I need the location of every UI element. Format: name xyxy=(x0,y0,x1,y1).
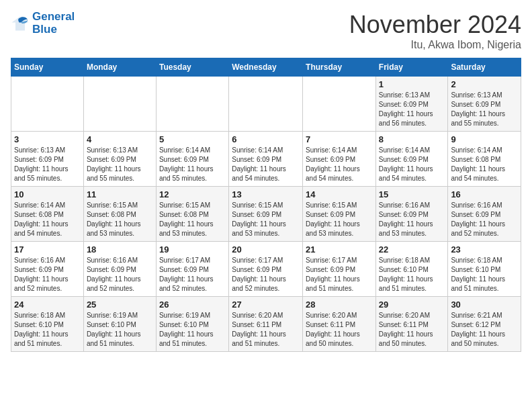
location: Itu, Akwa Ibom, Nigeria xyxy=(349,39,521,51)
day-number: 26 xyxy=(159,300,226,310)
calendar-cell: 8Sunrise: 6:14 AMSunset: 6:09 PMDaylight… xyxy=(375,132,448,187)
logo-bird-icon xyxy=(11,14,30,33)
logo-text: General Blue xyxy=(32,11,75,36)
day-info: Sunrise: 6:14 AMSunset: 6:09 PMDaylight:… xyxy=(306,146,373,183)
day-info: Sunrise: 6:15 AMSunset: 6:08 PMDaylight:… xyxy=(87,201,153,238)
calendar-table: Sunday Monday Tuesday Wednesday Thursday… xyxy=(11,58,521,352)
calendar-cell: 30Sunrise: 6:21 AMSunset: 6:12 PMDayligh… xyxy=(448,297,521,352)
calendar-cell: 5Sunrise: 6:14 AMSunset: 6:09 PMDaylight… xyxy=(156,132,228,187)
day-number: 13 xyxy=(232,189,300,199)
logo: General Blue xyxy=(11,11,75,36)
page-header: General Blue November 2024 Itu, Akwa Ibo… xyxy=(11,11,521,51)
calendar-cell: 25Sunrise: 6:19 AMSunset: 6:10 PMDayligh… xyxy=(83,297,156,352)
day-number: 18 xyxy=(87,244,153,255)
day-info: Sunrise: 6:19 AMSunset: 6:10 PMDaylight:… xyxy=(87,311,153,349)
day-info: Sunrise: 6:17 AMSunset: 6:09 PMDaylight:… xyxy=(159,256,226,293)
day-info: Sunrise: 6:17 AMSunset: 6:09 PMDaylight:… xyxy=(232,256,300,293)
day-info: Sunrise: 6:13 AMSunset: 6:09 PMDaylight:… xyxy=(379,91,445,128)
calendar-cell: 9Sunrise: 6:14 AMSunset: 6:08 PMDaylight… xyxy=(448,132,521,187)
day-info: Sunrise: 6:18 AMSunset: 6:10 PMDaylight:… xyxy=(451,256,518,293)
calendar-cell: 10Sunrise: 6:14 AMSunset: 6:08 PMDayligh… xyxy=(11,187,84,242)
day-number: 25 xyxy=(87,300,153,310)
calendar-cell: 26Sunrise: 6:19 AMSunset: 6:10 PMDayligh… xyxy=(156,297,228,352)
calendar-cell: 27Sunrise: 6:20 AMSunset: 6:11 PMDayligh… xyxy=(229,297,303,352)
calendar-cell: 1Sunrise: 6:13 AMSunset: 6:09 PMDaylight… xyxy=(375,77,448,132)
day-info: Sunrise: 6:20 AMSunset: 6:11 PMDaylight:… xyxy=(379,311,445,349)
day-number: 16 xyxy=(451,189,518,199)
calendar-cell: 20Sunrise: 6:17 AMSunset: 6:09 PMDayligh… xyxy=(229,242,303,297)
col-thursday: Thursday xyxy=(303,58,376,77)
day-info: Sunrise: 6:14 AMSunset: 6:08 PMDaylight:… xyxy=(14,201,81,238)
calendar-header-row: Sunday Monday Tuesday Wednesday Thursday… xyxy=(11,58,521,77)
calendar-cell: 16Sunrise: 6:16 AMSunset: 6:09 PMDayligh… xyxy=(448,187,521,242)
day-info: Sunrise: 6:15 AMSunset: 6:09 PMDaylight:… xyxy=(306,201,373,238)
day-info: Sunrise: 6:16 AMSunset: 6:09 PMDaylight:… xyxy=(379,201,445,238)
day-info: Sunrise: 6:21 AMSunset: 6:12 PMDaylight:… xyxy=(451,311,518,349)
calendar-week-4: 17Sunrise: 6:16 AMSunset: 6:09 PMDayligh… xyxy=(11,242,521,297)
col-wednesday: Wednesday xyxy=(229,58,303,77)
calendar-week-5: 24Sunrise: 6:18 AMSunset: 6:10 PMDayligh… xyxy=(11,297,521,352)
day-number: 15 xyxy=(379,189,445,199)
calendar-cell: 22Sunrise: 6:18 AMSunset: 6:10 PMDayligh… xyxy=(375,242,448,297)
col-friday: Friday xyxy=(375,58,448,77)
calendar-cell xyxy=(156,77,228,132)
calendar-cell: 19Sunrise: 6:17 AMSunset: 6:09 PMDayligh… xyxy=(156,242,228,297)
day-number: 29 xyxy=(379,300,445,310)
day-number: 6 xyxy=(232,134,300,144)
day-info: Sunrise: 6:13 AMSunset: 6:09 PMDaylight:… xyxy=(87,146,153,183)
calendar-cell: 14Sunrise: 6:15 AMSunset: 6:09 PMDayligh… xyxy=(303,187,376,242)
calendar-cell: 15Sunrise: 6:16 AMSunset: 6:09 PMDayligh… xyxy=(375,187,448,242)
calendar-cell: 29Sunrise: 6:20 AMSunset: 6:11 PMDayligh… xyxy=(375,297,448,352)
col-saturday: Saturday xyxy=(448,58,521,77)
day-number: 5 xyxy=(159,134,226,144)
day-number: 21 xyxy=(306,244,373,255)
day-number: 20 xyxy=(232,244,300,255)
calendar-week-2: 3Sunrise: 6:13 AMSunset: 6:09 PMDaylight… xyxy=(11,132,521,187)
calendar-cell xyxy=(303,77,376,132)
calendar-cell xyxy=(229,77,303,132)
day-number: 10 xyxy=(14,189,81,199)
calendar-cell: 11Sunrise: 6:15 AMSunset: 6:08 PMDayligh… xyxy=(83,187,156,242)
day-number: 24 xyxy=(14,300,81,310)
calendar-cell: 24Sunrise: 6:18 AMSunset: 6:10 PMDayligh… xyxy=(11,297,84,352)
calendar-cell: 7Sunrise: 6:14 AMSunset: 6:09 PMDaylight… xyxy=(303,132,376,187)
day-number: 2 xyxy=(451,79,518,89)
day-info: Sunrise: 6:20 AMSunset: 6:11 PMDaylight:… xyxy=(306,311,373,349)
calendar-cell: 17Sunrise: 6:16 AMSunset: 6:09 PMDayligh… xyxy=(11,242,84,297)
calendar-cell: 2Sunrise: 6:13 AMSunset: 6:09 PMDaylight… xyxy=(448,77,521,132)
calendar-cell xyxy=(83,77,156,132)
calendar-cell: 4Sunrise: 6:13 AMSunset: 6:09 PMDaylight… xyxy=(83,132,156,187)
col-tuesday: Tuesday xyxy=(156,58,228,77)
calendar-cell: 18Sunrise: 6:16 AMSunset: 6:09 PMDayligh… xyxy=(83,242,156,297)
day-number: 17 xyxy=(14,244,81,255)
day-info: Sunrise: 6:16 AMSunset: 6:09 PMDaylight:… xyxy=(451,201,518,238)
day-number: 11 xyxy=(87,189,153,199)
day-info: Sunrise: 6:13 AMSunset: 6:09 PMDaylight:… xyxy=(14,146,81,183)
day-info: Sunrise: 6:19 AMSunset: 6:10 PMDaylight:… xyxy=(159,311,226,349)
day-info: Sunrise: 6:15 AMSunset: 6:08 PMDaylight:… xyxy=(159,201,226,238)
day-info: Sunrise: 6:16 AMSunset: 6:09 PMDaylight:… xyxy=(14,256,81,293)
calendar-cell: 23Sunrise: 6:18 AMSunset: 6:10 PMDayligh… xyxy=(448,242,521,297)
day-number: 4 xyxy=(87,134,153,144)
col-sunday: Sunday xyxy=(11,58,84,77)
day-number: 9 xyxy=(451,134,518,144)
day-info: Sunrise: 6:16 AMSunset: 6:09 PMDaylight:… xyxy=(87,256,153,293)
day-number: 8 xyxy=(379,134,445,144)
day-info: Sunrise: 6:20 AMSunset: 6:11 PMDaylight:… xyxy=(232,311,300,349)
day-number: 3 xyxy=(14,134,81,144)
calendar-week-1: 1Sunrise: 6:13 AMSunset: 6:09 PMDaylight… xyxy=(11,77,521,132)
day-info: Sunrise: 6:14 AMSunset: 6:09 PMDaylight:… xyxy=(159,146,226,183)
day-info: Sunrise: 6:14 AMSunset: 6:09 PMDaylight:… xyxy=(379,146,445,183)
calendar-cell: 21Sunrise: 6:17 AMSunset: 6:09 PMDayligh… xyxy=(303,242,376,297)
calendar-cell: 13Sunrise: 6:15 AMSunset: 6:09 PMDayligh… xyxy=(229,187,303,242)
day-number: 22 xyxy=(379,244,445,255)
day-number: 23 xyxy=(451,244,518,255)
day-number: 30 xyxy=(451,300,518,310)
calendar-cell: 6Sunrise: 6:14 AMSunset: 6:09 PMDaylight… xyxy=(229,132,303,187)
day-info: Sunrise: 6:17 AMSunset: 6:09 PMDaylight:… xyxy=(306,256,373,293)
calendar-cell: 28Sunrise: 6:20 AMSunset: 6:11 PMDayligh… xyxy=(303,297,376,352)
day-number: 12 xyxy=(159,189,226,199)
day-info: Sunrise: 6:13 AMSunset: 6:09 PMDaylight:… xyxy=(451,91,518,128)
day-number: 1 xyxy=(379,79,445,89)
calendar-week-3: 10Sunrise: 6:14 AMSunset: 6:08 PMDayligh… xyxy=(11,187,521,242)
